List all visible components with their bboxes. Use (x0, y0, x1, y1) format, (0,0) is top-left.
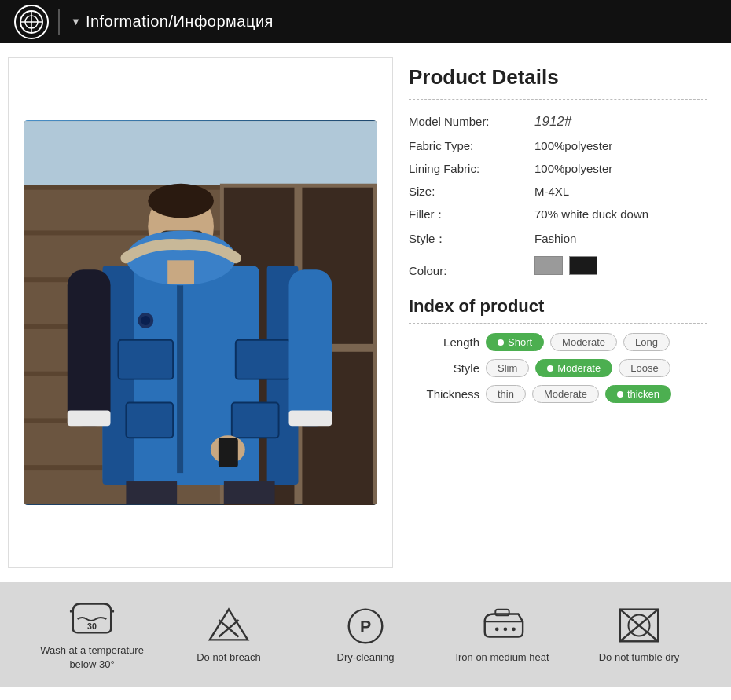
swatch-black[interactable] (569, 256, 597, 275)
svg-point-54 (503, 627, 507, 631)
detail-label-filler: Filler： (409, 207, 534, 222)
index-badges-thickness: thin Moderate thicken (486, 385, 671, 403)
svg-rect-33 (68, 269, 111, 426)
detail-label-lining: Lining Fabric: (409, 162, 534, 175)
index-label-style: Style (409, 361, 479, 375)
care-item-no-bleach: Do not breach (166, 605, 292, 665)
badge-label-moderate-style: Moderate (557, 362, 601, 374)
badge-long[interactable]: Long (623, 333, 670, 351)
index-row-length: Length Short Moderate Long (409, 333, 707, 351)
svg-text:30: 30 (87, 621, 97, 631)
badge-short[interactable]: Short (486, 333, 544, 351)
svg-point-53 (495, 627, 499, 631)
product-image (24, 120, 377, 505)
svg-rect-32 (232, 402, 279, 438)
svg-point-20 (148, 184, 214, 218)
index-label-thickness: Thickness (409, 387, 479, 401)
badge-label-moderate-thickness: Moderate (544, 388, 587, 400)
badge-loose[interactable]: Loose (619, 359, 670, 377)
badge-slim[interactable]: Slim (486, 359, 529, 377)
svg-rect-36 (167, 260, 194, 284)
detail-value-model: 1912# (534, 114, 571, 130)
svg-point-44 (141, 316, 150, 325)
badge-label-thin: thin (498, 388, 514, 400)
badge-dot-moderate-style (547, 365, 553, 372)
image-panel (8, 57, 393, 568)
care-section: 30 Wash at a temperature below 30° Do no… (0, 582, 731, 687)
care-item-wash: 30 Wash at a temperature below 30° (29, 598, 155, 672)
care-label-dry-clean: Dry-cleaning (337, 651, 395, 665)
svg-rect-28 (177, 285, 183, 473)
badge-label-slim: Slim (498, 362, 517, 374)
badge-thin[interactable]: thin (486, 385, 526, 403)
swatch-grey[interactable] (534, 256, 563, 275)
detail-row-colour: Colour: (409, 251, 707, 282)
care-icon-iron (479, 605, 526, 644)
index-badges-style: Slim Moderate Loose (486, 359, 670, 377)
svg-rect-13 (24, 121, 377, 185)
svg-rect-39 (126, 481, 177, 504)
details-panel: Product Details Model Number: 1912# Fabr… (393, 57, 723, 568)
badge-thicken[interactable]: thicken (605, 385, 671, 403)
care-icon-no-tumble (615, 605, 663, 644)
svg-rect-31 (126, 402, 173, 438)
index-row-thickness: Thickness thin Moderate thicken (409, 385, 707, 403)
svg-rect-30 (236, 340, 291, 379)
detail-row-filler: Filler： 70% white duck down (409, 203, 707, 227)
care-item-no-tumble: Do not tumble dry (576, 605, 702, 665)
index-label-length: Length (409, 335, 479, 349)
care-icon-no-bleach (205, 605, 252, 644)
svg-rect-42 (288, 410, 332, 426)
care-icon-wash: 30 (68, 598, 116, 637)
care-label-iron: Iron on medium heat (455, 651, 549, 665)
svg-text:P: P (360, 618, 371, 636)
detail-label-size: Size: (409, 185, 534, 198)
svg-point-55 (512, 627, 516, 631)
detail-label-colour: Colour: (409, 264, 534, 277)
colour-swatches (534, 256, 597, 275)
svg-rect-38 (219, 438, 238, 467)
detail-row-size: Size: M-4XL (409, 180, 707, 203)
badge-label-thicken: thicken (627, 388, 659, 400)
header: ▼ Information/Информация (0, 0, 731, 43)
care-label-no-tumble: Do not tumble dry (599, 651, 680, 665)
detail-row-lining: Lining Fabric: 100%polyester (409, 157, 707, 180)
badge-label-loose: Loose (630, 362, 658, 374)
header-title: Information/Информация (86, 13, 274, 31)
detail-value-style: Fashion (534, 232, 576, 245)
detail-value-filler: 70% white duck down (534, 207, 648, 221)
index-row-style: Style Slim Moderate Loose (409, 359, 707, 377)
detail-row-model: Model Number: 1912# (409, 109, 707, 134)
details-divider (409, 99, 707, 100)
index-title: Index of product (409, 296, 707, 317)
svg-rect-29 (118, 340, 173, 379)
header-logo (14, 5, 49, 39)
detail-label-style: Style： (409, 232, 534, 247)
badge-moderate-thickness[interactable]: Moderate (532, 385, 599, 403)
svg-rect-34 (288, 269, 332, 426)
care-item-dry-clean: P Dry-cleaning (303, 605, 428, 665)
detail-value-lining: 100%polyester (534, 162, 612, 175)
badge-moderate-style[interactable]: Moderate (535, 359, 612, 377)
care-label-no-bleach: Do not breach (197, 651, 261, 665)
detail-value-fabric: 100%polyester (534, 139, 612, 152)
index-divider (409, 323, 707, 324)
badge-label-long: Long (635, 336, 658, 348)
product-details-title: Product Details (409, 65, 707, 90)
badge-moderate-length[interactable]: Moderate (550, 333, 617, 351)
detail-value-size: M-4XL (534, 185, 569, 198)
svg-rect-40 (224, 481, 275, 504)
main-content: Product Details Model Number: 1912# Fabr… (0, 43, 731, 582)
detail-row-style: Style： Fashion (409, 227, 707, 251)
badge-dot-thicken (617, 391, 623, 398)
care-item-iron: Iron on medium heat (439, 605, 565, 665)
badge-dot-short (498, 339, 504, 346)
header-divider (58, 9, 60, 35)
detail-row-fabric: Fabric Type: 100%polyester (409, 134, 707, 157)
detail-label-model: Model Number: (409, 115, 534, 128)
index-badges-length: Short Moderate Long (486, 333, 670, 351)
badge-label-moderate-length: Moderate (562, 336, 605, 348)
care-icon-dry-clean: P (342, 605, 389, 644)
badge-label-short: Short (508, 336, 532, 348)
header-arrow: ▼ (71, 16, 81, 27)
